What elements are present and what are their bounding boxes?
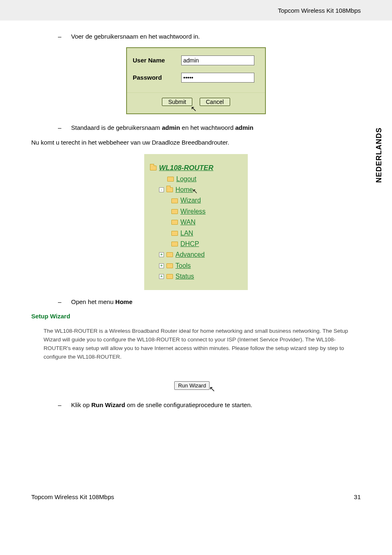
page-footer: Topcom Wireless Kit 108Mbps 31 [31, 415, 361, 500]
instruction-click-wizard: Klik op Run Wizard om de snelle configur… [58, 401, 361, 410]
folder-open-icon [166, 187, 173, 192]
tree-dhcp[interactable]: DHCP [150, 239, 243, 249]
folder-icon [171, 198, 178, 203]
tree-lan[interactable]: LAN [150, 228, 243, 239]
folder-icon [171, 231, 178, 236]
run-wizard-button[interactable]: Run Wizard [174, 381, 210, 390]
tree-home[interactable]: - Home ↖ [150, 184, 243, 195]
tree-wireless-link[interactable]: Wireless [180, 206, 205, 217]
tree-root[interactable]: WL108-ROUTER [150, 162, 243, 174]
folder-icon [166, 263, 173, 268]
instruction-list-2: Standaard is de gebruikersnaam admin en … [31, 123, 361, 133]
instruction-open-menu: Open het menu Home [58, 297, 361, 307]
footer-title: Topcom Wireless Kit 108Mbps [31, 493, 114, 500]
tree-status-link[interactable]: Status [175, 271, 194, 282]
collapse-icon[interactable]: - [159, 187, 164, 192]
folder-icon [166, 274, 173, 279]
username-label: User Name [133, 57, 181, 64]
instruction-default-creds: Standaard is de gebruikersnaam admin en … [58, 123, 361, 133]
folder-icon [167, 177, 174, 182]
tree-logout-link[interactable]: Logout [176, 174, 196, 184]
instruction-enter-creds: Voer de gebruikersnaam en het wachtwoord… [58, 32, 361, 41]
setup-wizard-heading: Setup Wizard [31, 313, 361, 320]
page-body: NEDERLANDS Voer de gebruikersnaam en het… [0, 21, 392, 517]
tree-home-link[interactable]: Home [175, 184, 193, 195]
header-bar: Topcom Wireless Kit 108Mbps [0, 0, 392, 21]
tree-tools[interactable]: + Tools [150, 260, 243, 271]
tree-wan-link[interactable]: WAN [180, 217, 196, 228]
web-admin-intro: Nu komt u terecht in het webbeheer van u… [31, 138, 361, 147]
instruction-list-3: Open het menu Home [31, 297, 361, 307]
language-tab: NEDERLANDS [375, 127, 383, 183]
tree-tools-link[interactable]: Tools [175, 260, 191, 271]
folder-icon [171, 242, 178, 246]
tree-root-link[interactable]: WL108-ROUTER [159, 162, 213, 174]
tree-lan-link[interactable]: LAN [180, 228, 193, 239]
page-number: 31 [354, 493, 361, 500]
tree-wireless[interactable]: Wireless [150, 206, 243, 217]
login-panel: User Name Password Submit Cancel ↖ [126, 47, 266, 114]
tree-advanced[interactable]: + Advanced [150, 249, 243, 260]
instruction-list-1: Voer de gebruikersnaam en het wachtwoord… [31, 32, 361, 41]
tree-status[interactable]: + Status [150, 271, 243, 282]
tree-wan[interactable]: WAN [150, 217, 243, 228]
cursor-hand-icon: ↖ [192, 186, 198, 197]
expand-icon[interactable]: + [159, 274, 164, 279]
folder-icon [166, 252, 173, 257]
submit-button[interactable]: Submit [162, 98, 192, 106]
expand-icon[interactable]: + [159, 252, 164, 257]
username-input[interactable] [181, 55, 254, 65]
header-title: Topcom Wireless Kit 108Mbps [278, 7, 361, 14]
password-label: Password [133, 74, 181, 81]
tree-wizard-link[interactable]: Wizard [180, 195, 201, 206]
setup-wizard-description: The WL108-ROUTER is a Wireless Broadband… [31, 327, 361, 362]
cancel-button[interactable]: Cancel [200, 98, 230, 106]
tree-logout[interactable]: Logout [150, 174, 243, 184]
folder-open-icon [150, 166, 157, 170]
nav-tree: WL108-ROUTER Logout - Home ↖ Wizard Wire… [144, 154, 248, 290]
cursor-icon: ↖ [209, 385, 215, 393]
folder-icon [171, 209, 178, 214]
tree-advanced-link[interactable]: Advanced [175, 249, 205, 260]
instruction-list-4: Klik op Run Wizard om de snelle configur… [31, 401, 361, 410]
tree-dhcp-link[interactable]: DHCP [180, 239, 199, 249]
password-input[interactable] [181, 73, 254, 83]
expand-icon[interactable]: + [159, 263, 164, 268]
folder-icon [171, 220, 178, 225]
